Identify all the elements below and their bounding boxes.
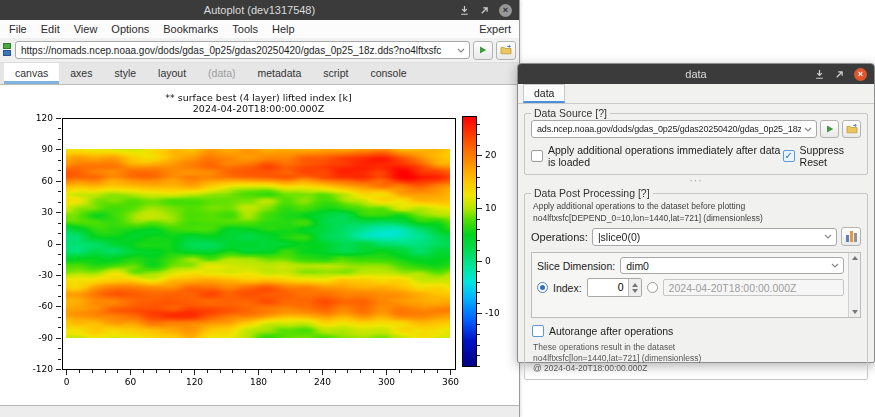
autorange-checkbox[interactable]: Autorange after operations — [532, 325, 861, 337]
go-button[interactable] — [473, 41, 493, 60]
result-line: no4lftxsfc[lon=1440,lat=721] (dimensionl… — [533, 353, 861, 364]
folder-icon — [500, 45, 512, 55]
datasource-uri-input[interactable]: ads.ncep.noaa.gov/dods/gdas_0p25/gdas202… — [531, 120, 817, 138]
menubar: File Edit View Options Bookmarks Tools H… — [0, 20, 519, 38]
plot-canvas-area: ** surface best (4 layer) lifted index [… — [0, 85, 519, 405]
autoplot-window: Autoplot (dev1317548) × File Edit View O… — [0, 0, 520, 417]
dataset-info: no4lftxsfc[DEPEND_0=10,lon=1440,lat=721]… — [533, 213, 861, 223]
post-processing-group: Data Post Processing [?] Apply additiona… — [524, 187, 868, 380]
tab-console[interactable]: console — [359, 63, 417, 84]
slice-dimension-select[interactable]: dim0 — [620, 257, 844, 274]
address-input[interactable]: https://nomads.ncep.noaa.gov/dods/gdas_0… — [15, 41, 470, 59]
status-bar — [0, 405, 519, 417]
tab-canvas[interactable]: canvas — [4, 63, 59, 84]
data-close-icon[interactable]: × — [854, 68, 867, 81]
menu-bookmarks[interactable]: Bookmarks — [156, 23, 225, 35]
data-source-legend: Data Source [?] — [531, 107, 610, 119]
result-line: @ 2024-04-20T18:00:00.000Z — [533, 363, 861, 374]
maximize-icon[interactable] — [479, 5, 490, 16]
data-source-group: Data Source [?] ads.ncep.noaa.gov/dods/g… — [524, 107, 868, 175]
menu-tools[interactable]: Tools — [225, 23, 265, 35]
address-row: https://nomads.ncep.noaa.gov/dods/gdas_0… — [0, 38, 519, 63]
suppress-reset-label: Suppress Reset — [800, 144, 861, 168]
index-radio[interactable] — [537, 282, 548, 293]
operations-label: Operations: — [531, 231, 588, 243]
desktop: { "main_window": { "title": "Autoplot (d… — [0, 0, 875, 417]
datasource-uri-text: ads.ncep.noaa.gov/dods/gdas_0p25/gdas202… — [537, 124, 801, 134]
collapse-divider[interactable]: ··· — [524, 177, 868, 184]
index-label: Index: — [553, 282, 582, 294]
play-icon — [477, 45, 489, 55]
autoplot-titlebar[interactable]: Autoplot (dev1317548) × — [0, 0, 519, 20]
expert-toggle[interactable]: Expert — [472, 23, 517, 35]
index-value: 0 — [588, 279, 628, 296]
datasource-type-icon — [3, 43, 12, 57]
play-icon — [824, 124, 836, 134]
slice-dimension-value: dim0 — [626, 260, 828, 272]
tab-data[interactable]: (data) — [197, 63, 246, 84]
apply-operations-checkbox[interactable]: Apply additional operations immediately … — [531, 144, 783, 168]
plot-subtitle: 2024-04-20T18:00:00.000Z — [62, 104, 455, 114]
open-file-button[interactable] — [496, 41, 516, 60]
data-window: data × data Data Source [?] ads.ncep.noa… — [517, 63, 875, 363]
slice-dimension-label: Slice Dimension: — [537, 260, 615, 272]
heatmap-plot[interactable] — [0, 85, 519, 405]
tab-script[interactable]: script — [312, 63, 359, 84]
uri-dropdown-icon[interactable] — [804, 127, 812, 132]
tab-axes[interactable]: axes — [59, 63, 103, 84]
slice-scrollbar[interactable] — [848, 253, 860, 317]
tab-metadata[interactable]: metadata — [247, 63, 313, 84]
time-radio[interactable] — [647, 282, 658, 293]
time-field[interactable]: 2024-04-20T18:00:00.000Z — [663, 279, 844, 296]
operations-filter-button[interactable] — [841, 227, 861, 246]
time-value: 2024-04-20T18:00:00.000Z — [669, 282, 797, 294]
menu-view[interactable]: View — [67, 23, 105, 35]
address-text: https://nomads.ncep.noaa.gov/dods/gdas_0… — [21, 45, 454, 56]
slice-panel: Slice Dimension: dim0 Index: 0 2024-04-2… — [531, 252, 861, 318]
slice-dropdown-icon[interactable] — [831, 263, 839, 268]
tab-layout[interactable]: layout — [147, 63, 197, 84]
menu-options[interactable]: Options — [104, 23, 156, 35]
spinner-arrows-icon[interactable] — [628, 279, 641, 296]
checkbox-unchecked-icon — [531, 150, 543, 162]
data-go-button[interactable] — [820, 120, 839, 138]
result-line: These operations result in the dataset — [533, 342, 861, 353]
histogram-icon — [846, 231, 857, 242]
menu-edit[interactable]: Edit — [34, 23, 67, 35]
suppress-reset-checkbox[interactable]: ✓ Suppress Reset — [783, 144, 861, 168]
post-processing-legend: Data Post Processing [?] — [531, 187, 653, 199]
index-spinner[interactable]: 0 — [587, 278, 642, 297]
operations-dropdown-icon[interactable] — [824, 234, 832, 239]
scroll-down-icon[interactable] — [852, 310, 858, 314]
scroll-up-icon[interactable] — [852, 256, 858, 260]
post-processing-hint: Apply additional operations to the datas… — [533, 201, 861, 211]
data-tabbar: data — [518, 84, 874, 104]
window-title: Autoplot (dev1317548) — [0, 4, 519, 16]
operations-text: |slice0(0) — [598, 231, 821, 243]
address-dropdown-icon[interactable] — [457, 48, 465, 53]
close-icon[interactable]: × — [499, 4, 512, 17]
apply-operations-label: Apply additional operations immediately … — [548, 144, 783, 168]
checkbox-unchecked-icon — [532, 325, 544, 337]
autorange-label: Autorange after operations — [549, 325, 673, 337]
data-open-file-button[interactable] — [842, 120, 861, 138]
minimize-icon[interactable] — [459, 5, 470, 16]
folder-icon — [846, 124, 858, 134]
plot-title: ** surface best (4 layer) lifted index [… — [62, 93, 455, 103]
data-titlebar[interactable]: data × — [518, 64, 874, 84]
operations-input[interactable]: |slice0(0) — [592, 228, 837, 246]
tab-style[interactable]: style — [103, 63, 147, 84]
menu-help[interactable]: Help — [265, 23, 302, 35]
data-tab[interactable]: data — [523, 84, 565, 103]
data-maximize-icon[interactable] — [834, 69, 845, 80]
data-minimize-icon[interactable] — [814, 69, 825, 80]
checkbox-checked-icon: ✓ — [783, 150, 795, 162]
menu-file[interactable]: File — [2, 23, 34, 35]
main-tabbar: canvas axes style layout (data) metadata… — [0, 63, 519, 85]
data-content: Data Source [?] ads.ncep.noaa.gov/dods/g… — [518, 104, 874, 380]
